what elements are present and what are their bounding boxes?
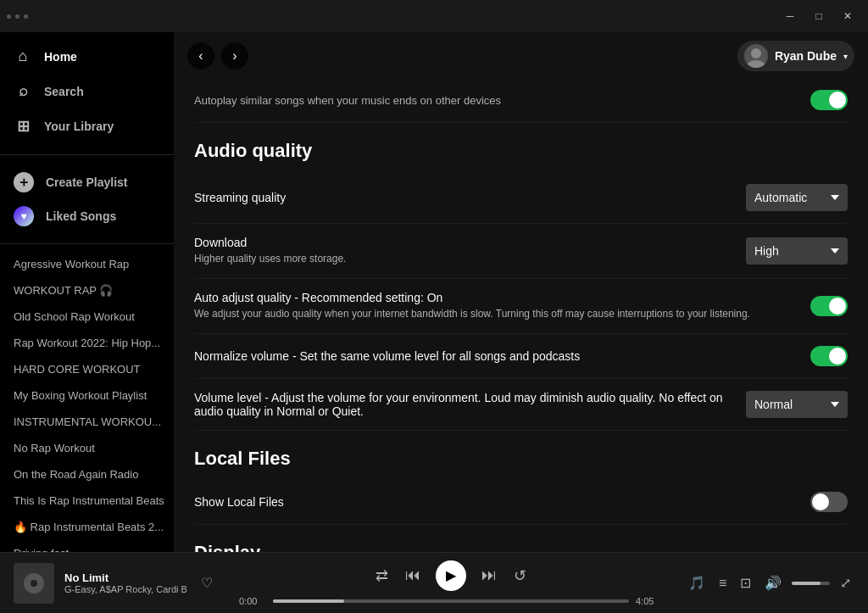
autoplay-toggle-slider — [810, 90, 848, 110]
content-area: ‹ › Ryan Dube ▾ Autoplay similar songs w… — [174, 32, 868, 552]
section-title-local-files: Local Files — [194, 448, 848, 470]
play-button[interactable]: ▶ — [436, 560, 466, 591]
toggle-slider-normalize-volume — [810, 346, 848, 366]
create-playlist-item[interactable]: ＋ Create Playlist — [0, 165, 174, 199]
playlist-item[interactable]: Agressive Workout Rap — [0, 251, 174, 277]
player-track: No Limit G-Easy, A$AP Rocky, Cardi B ♡ — [14, 563, 217, 604]
titlebar-dots — [7, 14, 28, 19]
sidebar-actions: ＋ Create Playlist ♥ Liked Songs — [0, 159, 174, 240]
time-total: 4:05 — [636, 596, 663, 606]
track-info: No Limit G-Easy, A$AP Rocky, Cardi B — [64, 571, 187, 594]
settings-row-desc-download: Higher quality uses more storage. — [194, 252, 729, 266]
playlist-item-label: Agressive Workout Rap — [14, 258, 129, 270]
settings-row-text-download: DownloadHigher quality uses more storage… — [194, 236, 729, 266]
sidebar-divider-2 — [0, 243, 174, 244]
queue-icon[interactable]: ≡ — [715, 572, 730, 594]
settings-row-streaming-quality: Streaming qualityAutomaticLowNormalHighV… — [194, 172, 848, 224]
autoplay-toggle[interactable] — [810, 90, 848, 110]
playlist-item[interactable]: 🔥 Rap Instrumental Beats 2... — [0, 514, 174, 540]
close-button[interactable]: ✕ — [834, 4, 861, 28]
playlist-item-label: Old School Rap Workout — [14, 310, 135, 323]
volume-bar[interactable] — [792, 582, 830, 585]
playlist-item[interactable]: HARD CORE WORKOUT — [0, 356, 174, 382]
user-menu[interactable]: Ryan Dube ▾ — [737, 41, 854, 71]
select-streaming-quality[interactable]: AutomaticLowNormalHighVery High — [746, 184, 848, 211]
settings-row-desc-auto-adjust: We adjust your audio quality when your i… — [194, 307, 793, 321]
search-icon: ⌕ — [14, 82, 32, 100]
playlist-item[interactable]: Driving fast — [0, 540, 174, 552]
select-download[interactable]: LowNormalHighVery High — [746, 237, 848, 265]
library-icon: ⊞ — [14, 117, 32, 136]
progress-fill — [273, 599, 344, 603]
dot-3 — [24, 14, 28, 19]
volume-icon[interactable]: 🔊 — [761, 571, 785, 594]
main-layout: ⌂ Home ⌕ Search ⊞ Your Library ＋ Create … — [0, 32, 868, 552]
toggle-slider-show-local-files — [810, 492, 848, 512]
playlist-item[interactable]: No Rap Workout — [0, 435, 174, 461]
fullscreen-icon[interactable]: ⤢ — [837, 571, 854, 594]
create-playlist-label: Create Playlist — [46, 176, 128, 189]
sidebar-item-library[interactable]: ⊞ Your Library — [0, 109, 174, 144]
playlist-item[interactable]: This Is Rap Instrumental Beats — [0, 488, 174, 514]
sidebar-divider — [0, 154, 174, 155]
shuffle-button[interactable]: ⇄ — [374, 565, 390, 587]
player-controls: ⇄ ⏮ ▶ ⏭ ↺ 0:00 4:05 — [217, 560, 685, 606]
volume-fill — [792, 582, 820, 585]
playlist-list: Agressive Workout RapWORKOUT RAP 🎧Old Sc… — [0, 248, 174, 552]
minimize-button[interactable]: ─ — [776, 4, 804, 28]
toggle-auto-adjust[interactable] — [810, 296, 848, 316]
toggle-normalize-volume[interactable] — [810, 346, 848, 366]
sidebar-item-home-label: Home — [44, 50, 77, 64]
settings-row-label-auto-adjust: Auto adjust quality - Recommended settin… — [194, 291, 793, 304]
playlist-item[interactable]: On the Road Again Radio — [0, 461, 174, 488]
settings-sections: Audio qualityStreaming qualityAutomaticL… — [194, 140, 848, 552]
liked-songs-item[interactable]: ♥ Liked Songs — [0, 199, 174, 233]
playlist-item[interactable]: Rap Workout 2022: Hip Hop... — [0, 330, 174, 356]
next-button[interactable]: ⏭ — [480, 565, 498, 586]
maximize-button[interactable]: □ — [805, 4, 832, 28]
select-volume-level[interactable]: QuietNormalLoud — [746, 391, 848, 418]
player-right-controls: 🎵 ≡ ⊡ 🔊 ⤢ — [685, 571, 854, 594]
playlist-item[interactable]: WORKOUT RAP 🎧 — [0, 277, 174, 304]
sidebar-item-search-label: Search — [44, 85, 84, 98]
settings-row-download: DownloadHigher quality uses more storage… — [194, 224, 848, 279]
toggle-show-local-files[interactable] — [810, 492, 848, 512]
settings-row-text-auto-adjust: Auto adjust quality - Recommended settin… — [194, 291, 793, 321]
playlist-item-label: 🔥 Rap Instrumental Beats 2... — [14, 521, 164, 533]
settings-row-label-show-local-files: Show Local Files — [194, 495, 793, 509]
sidebar-item-library-label: Your Library — [44, 120, 114, 133]
progress-area: 0:00 4:05 — [239, 596, 663, 606]
settings-row-text-normalize-volume: Normalize volume - Set the same volume l… — [194, 349, 793, 363]
forward-button[interactable]: › — [221, 42, 248, 70]
playlist-item-label: My Boxing Workout Playlist — [14, 389, 147, 402]
playlist-item[interactable]: Old School Rap Workout — [0, 304, 174, 330]
settings-row-text-streaming-quality: Streaming quality — [194, 191, 729, 204]
playlist-item[interactable]: My Boxing Workout Playlist — [0, 382, 174, 409]
back-button[interactable]: ‹ — [187, 42, 214, 70]
prev-button[interactable]: ⏮ — [403, 565, 422, 586]
titlebar: ─ □ ✕ — [0, 0, 868, 32]
dot-2 — [15, 14, 19, 19]
like-button[interactable]: ♡ — [198, 571, 216, 594]
now-playing-icon[interactable]: 🎵 — [685, 571, 709, 594]
section-title-audio-quality: Audio quality — [194, 140, 848, 162]
svg-point-4 — [31, 580, 37, 587]
home-icon: ⌂ — [14, 47, 32, 65]
track-artist: G-Easy, A$AP Rocky, Cardi B — [64, 584, 187, 594]
time-current: 0:00 — [239, 596, 266, 606]
sidebar-item-home[interactable]: ⌂ Home — [0, 39, 174, 74]
svg-point-0 — [751, 48, 761, 59]
sidebar: ⌂ Home ⌕ Search ⊞ Your Library ＋ Create … — [0, 32, 174, 552]
dot-1 — [7, 14, 11, 19]
sidebar-nav: ⌂ Home ⌕ Search ⊞ Your Library — [0, 32, 174, 151]
settings-row-auto-adjust: Auto adjust quality - Recommended settin… — [194, 279, 848, 334]
devices-icon[interactable]: ⊡ — [737, 571, 754, 594]
playlist-item-label: On the Road Again Radio — [14, 468, 138, 481]
liked-songs-label: Liked Songs — [46, 209, 116, 223]
settings-row-label-streaming-quality: Streaming quality — [194, 191, 729, 204]
playback-buttons: ⇄ ⏮ ▶ ⏭ ↺ — [374, 560, 528, 591]
repeat-button[interactable]: ↺ — [512, 565, 528, 587]
sidebar-item-search[interactable]: ⌕ Search — [0, 74, 174, 109]
playlist-item[interactable]: INSTRUMENTAL WORKOU... — [0, 409, 174, 435]
progress-bar[interactable] — [273, 599, 629, 603]
